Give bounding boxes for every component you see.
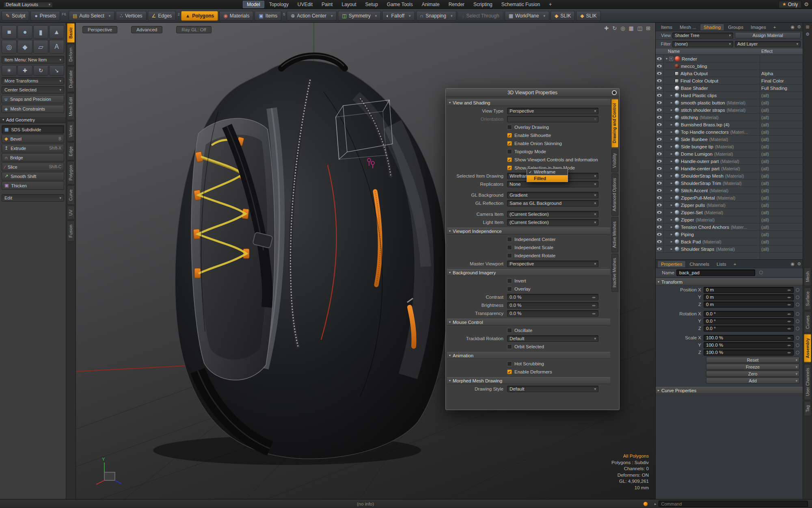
menubar-item-uvedit[interactable]: UVEdit — [294, 1, 317, 8]
filter-dropdown[interactable]: (none) ▾ — [672, 41, 733, 47]
edit-dropdown[interactable]: Edit ▾ — [2, 194, 64, 202]
primitive-text-button[interactable]: A — [49, 40, 64, 54]
status-dot-icon[interactable] — [643, 501, 648, 506]
move-tool-button[interactable]: ✚ — [17, 65, 32, 76]
tree-row-dome-lumigon[interactable]: ▸Dome Lumigon(Material)(all) — [656, 150, 803, 158]
checkbox-orbit-selected[interactable] — [507, 344, 512, 349]
expand-arrow-icon[interactable]: ▸ — [669, 123, 674, 126]
tree-row-render[interactable]: ▾+Render — [656, 55, 803, 63]
tree-row-final-color-output[interactable]: Final Color OutputFinal Color — [656, 77, 803, 85]
toolbar-button-falloff[interactable]: ◐Falloff▾ — [382, 11, 415, 21]
tree-row-handle-outerr-part[interactable]: ▸Handle-outerr part(Material)(all) — [656, 158, 803, 165]
select-view-type[interactable]: Perspective▾ — [507, 108, 598, 114]
tree-row-smooth-plastic-button[interactable]: ▸smooth plastic button(Material)(all) — [656, 99, 803, 106]
tree-row-stitching[interactable]: ▸stitching(Material)(all) — [656, 114, 803, 121]
keyframe-dot-icon[interactable] — [796, 336, 799, 340]
expand-arrow-icon[interactable]: ▸ — [669, 196, 674, 200]
gear-icon[interactable]: ⚙ — [797, 261, 801, 267]
tree-row-zipper[interactable]: ▸Zipper(Material)(all) — [656, 216, 803, 224]
section-header-viewport-independence[interactable]: ▾Viewport Independence — [447, 228, 610, 234]
gear-icon[interactable]: ⚙ — [806, 32, 810, 37]
tree-row-hard-plastic-clips[interactable]: ▸Hard Plastic clips(all) — [656, 92, 803, 99]
menubar-item-game-tools[interactable]: Game Tools — [383, 1, 417, 8]
select-gl-reflection[interactable]: Same as GL Background▾ — [507, 200, 598, 206]
section-header-view-and-shading[interactable]: ▾View and Shading — [447, 99, 610, 106]
visibility-eye-toggle[interactable] — [656, 128, 663, 135]
toolbar-button-symmetry[interactable]: ◫Symmetry▾ — [338, 11, 381, 21]
expand-arrow-icon[interactable]: ▸ — [669, 167, 674, 170]
tree-row-stitch-accent[interactable]: ▸Stitch Accent(Material)(all) — [656, 187, 803, 194]
left-tab-uv[interactable]: UV — [67, 206, 75, 220]
assign-material-button[interactable]: Assign Material — [735, 32, 801, 39]
toolbar-button-polygons[interactable]: ▲Polygons — [181, 11, 218, 21]
visibility-eye-toggle[interactable] — [656, 180, 663, 187]
curve-properties-header[interactable]: ▸ Curve Properties — [656, 387, 803, 394]
tree-row-mecco-bling[interactable]: mecco_bling — [656, 63, 803, 70]
checkbox-overlay[interactable] — [507, 287, 512, 291]
toolbar-button-materials[interactable]: ◉Materials — [219, 11, 253, 21]
command-input[interactable] — [659, 501, 808, 507]
popup-option-filled[interactable]: Filled — [527, 175, 568, 182]
only-toggle-button[interactable]: ★ Only — [779, 1, 802, 8]
checkbox-enable-onion-skinning[interactable]: ✓ — [507, 141, 512, 146]
left-tab-basic[interactable]: Basic — [67, 23, 75, 43]
visibility-eye-toggle[interactable] — [656, 165, 663, 172]
visibility-eye-toggle[interactable] — [656, 99, 663, 106]
split-view-icon[interactable]: ◫ — [637, 25, 642, 31]
dialog-titlebar[interactable]: 3D Viewport Properties — [446, 89, 619, 97]
primitive-plane-button[interactable]: ▱ — [33, 40, 48, 54]
pan-icon[interactable]: ✚ — [604, 25, 609, 31]
toolbar-button-workplane[interactable]: ▦WorkPlane▾ — [505, 11, 549, 21]
dialog-tab-active-meshes[interactable]: Active Meshes — [611, 217, 618, 252]
gear-icon[interactable]: ⚙ — [797, 24, 801, 30]
shader-tab-mesh[interactable]: Mesh ... — [676, 24, 700, 31]
left-tab-vertex[interactable]: Vertex — [67, 121, 75, 141]
tree-row-shoulderstrap-trim[interactable]: ▸ShoulderStrap Trim(Material)(all) — [656, 180, 803, 187]
tree-row-tension-chord-anchors[interactable]: ▸Tension Chord Anchors(Mater...(all) — [656, 224, 803, 231]
pin-icon[interactable] — [612, 90, 617, 95]
channel-field-position-x-0[interactable]: 0 m◂▸ — [704, 287, 794, 293]
grid-icon[interactable]: ▦ — [629, 25, 634, 31]
channel-field-z-5[interactable]: 0.0 °◂▸ — [704, 326, 794, 332]
visibility-eye-toggle[interactable] — [656, 172, 663, 179]
menubar-item-paint[interactable]: Paint — [317, 1, 337, 8]
section-header-morphed-mesh-drawing[interactable]: ▾Morphed Mesh Drawing — [447, 377, 610, 384]
primitive-capsule-button[interactable]: ◆ — [17, 40, 32, 54]
add-button[interactable]: Add▾ — [706, 378, 799, 384]
zoom-icon[interactable]: ◎ — [620, 25, 625, 31]
gear-icon[interactable]: ⚙ — [804, 1, 809, 7]
keyframe-dot-icon[interactable] — [796, 303, 799, 306]
expand-arrow-icon[interactable]: ▸ — [669, 93, 674, 97]
snaps-and-precision-button[interactable]: ∪ Snaps and Precision — [2, 95, 64, 103]
left-tab-curve[interactable]: Curve — [67, 185, 75, 205]
keyframe-dot-icon[interactable] — [796, 351, 799, 354]
tool-slice[interactable]: ∕SliceShift-C — [2, 163, 64, 171]
primitive-cube-button[interactable]: ■ — [2, 25, 17, 39]
tree-row-handle-center-part[interactable]: ▸Handle-center part(Material)(all) — [656, 165, 803, 172]
left-tab-fusion[interactable]: Fusion — [67, 221, 75, 242]
checkbox-overlay-drawing[interactable] — [507, 125, 512, 130]
properties-tab-lists[interactable]: Lists — [713, 261, 730, 268]
maximize-icon[interactable]: ⊞ — [646, 25, 650, 31]
toolbar-button-vertices[interactable]: ∴Vertices — [116, 11, 146, 21]
expand-arrow-icon[interactable]: ▸ — [669, 145, 674, 148]
shader-tab-images[interactable]: Images — [747, 24, 770, 31]
visibility-eye-toggle[interactable] — [656, 187, 663, 194]
visibility-eye-toggle[interactable] — [656, 70, 663, 77]
properties-tab-properties[interactable]: Properties — [657, 261, 686, 268]
toolbar-button-items[interactable]: ▣Items — [255, 11, 281, 21]
properties-tab-add[interactable]: + — [730, 261, 740, 268]
channel-field-y-7[interactable]: 100.0 %◂▸ — [704, 342, 794, 348]
layout-preset-dropdown[interactable]: Default Layouts ▾ — [3, 1, 53, 8]
item-name-field[interactable]: back_pad — [676, 269, 755, 276]
dialog-tab-inactive-meshes[interactable]: Inactive Meshes — [611, 254, 618, 292]
visibility-eye-toggle[interactable] — [656, 209, 663, 216]
properties-side-tab-curves[interactable]: Curves — [804, 311, 811, 333]
visibility-eye-toggle[interactable] — [656, 85, 663, 91]
more-transforms-dropdown[interactable]: More Transforms ▾ — [2, 77, 64, 85]
properties-side-tab-mesh[interactable]: Mesh — [804, 267, 811, 286]
properties-side-tab-user-channels[interactable]: User Channels — [804, 364, 811, 400]
select-master-viewport[interactable]: Perspective▾ — [507, 261, 598, 267]
shader-tab-items[interactable]: Items — [657, 24, 676, 31]
presets-button[interactable]: ● Presets — [30, 11, 60, 21]
